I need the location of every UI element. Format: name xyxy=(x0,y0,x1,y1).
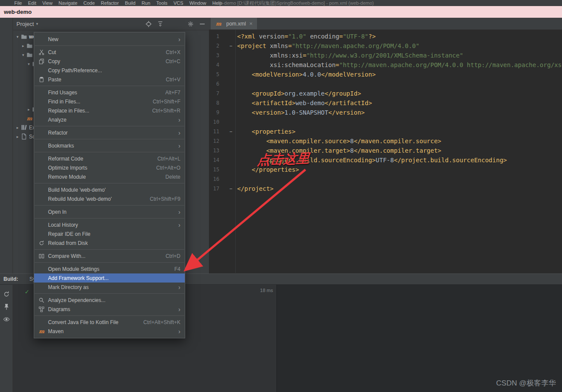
locate-icon[interactable] xyxy=(145,20,152,27)
gutter-line-4: 4 xyxy=(209,60,235,70)
menu-item-cut[interactable]: CutCtrl+X xyxy=(34,48,185,57)
menu-run[interactable]: Run xyxy=(138,0,153,6)
menu-item-bookmarks[interactable]: Bookmarks› xyxy=(34,141,185,150)
menu-code[interactable]: Code xyxy=(80,0,98,6)
code-line-5[interactable]: <modelVersion>4.0.0</modelVersion> xyxy=(236,70,562,79)
menu-item-label: Copy Path/Reference... xyxy=(48,67,102,74)
copy-icon xyxy=(38,58,45,65)
menu-item-copy-path-reference[interactable]: Copy Path/Reference... xyxy=(34,66,185,75)
code-line-12[interactable]: <maven.compiler.source>8</maven.compiler… xyxy=(236,136,562,146)
close-icon[interactable]: × xyxy=(249,20,253,27)
code-line-1[interactable]: <?xml version="1.0" encoding="UTF-8"?> xyxy=(236,32,562,41)
menu-item-repair-ide-on-file[interactable]: Repair IDE on File xyxy=(34,229,185,238)
menu-refactor[interactable]: Refactor xyxy=(98,0,122,6)
menu-item-add-framework-support[interactable]: Add Framework Support... xyxy=(34,273,185,283)
menu-item-analyze[interactable]: Analyze› xyxy=(34,115,185,124)
menu-view[interactable]: View xyxy=(39,0,56,6)
menu-item-label: Diagrams xyxy=(48,306,70,312)
menu-item-open-module-settings[interactable]: Open Module SettingsF4 xyxy=(34,264,185,273)
menu-item-compare-with[interactable]: Compare With...Ctrl+D xyxy=(34,251,185,260)
menu-item-shortcut: F4 xyxy=(174,266,180,272)
menu-divider xyxy=(35,126,184,126)
code-line-17[interactable]: </project> xyxy=(236,184,562,193)
menu-item-label: Reload from Disk xyxy=(48,240,88,246)
menu-item-reformat-code[interactable]: Reformat CodeCtrl+Alt+L xyxy=(34,154,185,163)
gutter-line-8: 8 xyxy=(209,98,235,108)
menu-item-new[interactable]: New› xyxy=(34,35,185,44)
menu-item-refactor[interactable]: Refactor› xyxy=(34,128,185,137)
fold-marker-icon[interactable]: − xyxy=(219,186,235,192)
navigation-bar: web-demo xyxy=(0,6,562,18)
menu-item-maven[interactable]: mMaven› xyxy=(34,327,185,336)
menu-item-find-in-files[interactable]: Find in Files...Ctrl+Shift+F xyxy=(34,97,185,106)
menu-item-icon-slot xyxy=(38,107,45,114)
menu-item-remove-module[interactable]: Remove ModuleDelete xyxy=(34,172,185,181)
menu-item-analyze-dependencies[interactable]: Analyze Dependencies... xyxy=(34,296,185,305)
menu-divider xyxy=(35,152,184,152)
tab-pom-xml[interactable]: m pom.xml × xyxy=(211,18,257,29)
menu-vcs[interactable]: VCS xyxy=(170,0,186,6)
menu-item-find-usages[interactable]: Find UsagesAlt+F7 xyxy=(34,88,185,97)
code-line-8[interactable]: <artifactId>web-demo</artifactId> xyxy=(236,98,562,108)
menu-item-mark-directory-as[interactable]: Mark Directory as› xyxy=(34,283,185,292)
collapse-all-icon[interactable] xyxy=(157,20,164,27)
menu-item-icon-slot xyxy=(38,284,45,291)
submenu-arrow-icon: › xyxy=(178,130,180,136)
code-line-2[interactable]: <project xmlns="http://maven.apache.org/… xyxy=(236,41,562,51)
breadcrumb[interactable]: web-demo xyxy=(4,9,32,15)
eye-icon[interactable] xyxy=(3,316,10,323)
menu-item-open-in[interactable]: Open In› xyxy=(34,207,185,216)
activity-bar xyxy=(0,18,13,273)
code-line-10[interactable] xyxy=(236,117,562,127)
code-line-4[interactable]: xsi:schemaLocation="http://maven.apache.… xyxy=(236,60,562,70)
menu-item-local-history[interactable]: Local History› xyxy=(34,220,185,229)
fold-marker-icon[interactable]: − xyxy=(219,129,235,135)
menu-edit[interactable]: Edit xyxy=(25,0,39,6)
cut-icon xyxy=(38,49,45,56)
menu-file[interactable]: File xyxy=(11,0,25,6)
menu-item-rebuild-module-web-demo[interactable]: Rebuild Module 'web-demo'Ctrl+Shift+F9 xyxy=(34,194,185,203)
menu-item-convert-java-file-to-kotlin-file[interactable]: Convert Java File to Kotlin FileCtrl+Alt… xyxy=(34,318,185,327)
menu-bar: FileEditViewNavigateCodeRefactorBuildRun… xyxy=(0,0,562,6)
pin-icon[interactable] xyxy=(3,303,10,310)
menu-item-shortcut: Ctrl+Alt+L xyxy=(157,156,180,162)
menu-item-shortcut: Ctrl+Shift+F9 xyxy=(150,196,180,202)
menu-item-paste[interactable]: PasteCtrl+V xyxy=(34,75,185,84)
folder-icon xyxy=(26,42,33,49)
editor-pane: m pom.xml × 12−34567891011−121314151617−… xyxy=(209,18,562,273)
menu-navigate[interactable]: Navigate xyxy=(55,0,80,6)
menu-tools[interactable]: Tools xyxy=(153,0,170,6)
code-line-11[interactable]: <properties> xyxy=(236,127,562,136)
code-line-16[interactable] xyxy=(236,174,562,184)
code-line-6[interactable] xyxy=(236,79,562,89)
line-number: 3 xyxy=(209,52,219,58)
menu-divider xyxy=(35,315,184,316)
menu-divider xyxy=(35,86,184,86)
chevron-down-icon: ▾ xyxy=(20,53,26,57)
submenu-arrow-icon: › xyxy=(178,209,180,215)
hide-tool-window-icon[interactable] xyxy=(199,20,206,27)
build-status-row[interactable]: ✓ xyxy=(25,289,29,295)
gear-icon[interactable] xyxy=(187,20,194,27)
menu-item-copy[interactable]: CopyCtrl+C xyxy=(34,57,185,66)
menu-item-diagrams[interactable]: Diagrams› xyxy=(34,305,185,314)
menu-item-label: Remove Module xyxy=(48,174,86,180)
menu-build[interactable]: Build xyxy=(122,0,138,6)
gutter-line-16: 16 xyxy=(209,174,235,184)
folder-icon xyxy=(26,51,33,58)
code-line-13[interactable]: <maven.compiler.target>8</maven.compiler… xyxy=(236,146,562,155)
editor-code[interactable]: <?xml version="1.0" encoding="UTF-8"?><p… xyxy=(236,30,562,273)
code-line-14[interactable]: <project.build.sourceEncoding>UTF-8</pro… xyxy=(236,155,562,165)
fold-marker-icon[interactable]: − xyxy=(219,43,235,49)
code-line-7[interactable]: <groupId>org.example</groupId> xyxy=(236,89,562,98)
code-line-3[interactable]: xmlns:xsi="http://www.w3.org/2001/XMLSch… xyxy=(236,51,562,60)
menu-item-reload-from-disk[interactable]: Reload from Disk xyxy=(34,238,185,247)
menu-item-replace-in-files[interactable]: Replace in Files...Ctrl+Shift+R xyxy=(34,106,185,115)
code-line-9[interactable]: <version>1.0-SNAPSHOT</version> xyxy=(236,108,562,117)
sync-icon[interactable] xyxy=(3,291,10,298)
menu-item-optimize-imports[interactable]: Optimize ImportsCtrl+Alt+O xyxy=(34,163,185,172)
project-view-selector[interactable]: Project xyxy=(16,21,34,27)
menu-item-build-module-web-demo[interactable]: Build Module 'web-demo' xyxy=(34,185,185,194)
menu-window[interactable]: Window xyxy=(186,0,209,6)
code-line-15[interactable]: </properties> xyxy=(236,165,562,174)
